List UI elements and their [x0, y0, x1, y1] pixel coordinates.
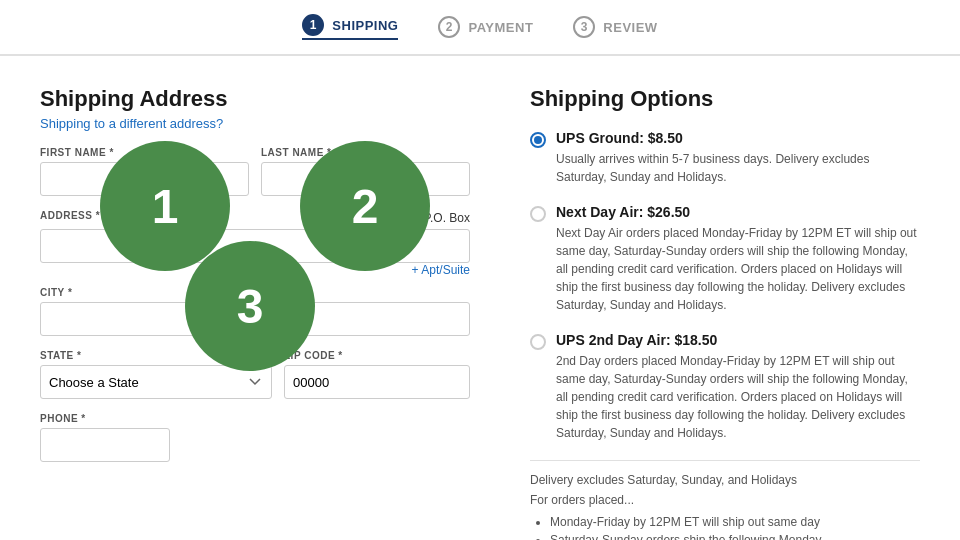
- radio-ups-ground[interactable]: [530, 132, 546, 148]
- phone-input[interactable]: [40, 428, 170, 462]
- shipping-address-panel: 1 2 3 Shipping Address Shipping to a dif…: [40, 86, 470, 540]
- zip-group: ZIP CODE *: [284, 350, 470, 399]
- state-select[interactable]: Choose a State Alabama Alaska Arizona Ca…: [40, 365, 272, 399]
- orders-label: For orders placed...: [530, 493, 920, 507]
- overlay-circle-1: 1: [100, 141, 230, 271]
- bullet-1: Monday-Friday by 12PM ET will ship out s…: [550, 515, 920, 529]
- option-name-ups-ground: UPS Ground: $8.50: [556, 130, 920, 146]
- shipping-option-next-day[interactable]: Next Day Air: $26.50 Next Day Air orders…: [530, 204, 920, 314]
- step-label-shipping: SHIPPING: [332, 18, 398, 33]
- zip-input[interactable]: [284, 365, 470, 399]
- option-desc-ups-ground: Usually arrives within 5-7 business days…: [556, 150, 920, 186]
- option-name-2nd-day: UPS 2nd Day Air: $18.50: [556, 332, 920, 348]
- zip-label: ZIP CODE *: [284, 350, 470, 361]
- radio-inner-ups-ground: [534, 136, 542, 144]
- step-label-review: REVIEW: [603, 20, 657, 35]
- shipping-option-2nd-day[interactable]: UPS 2nd Day Air: $18.50 2nd Day orders p…: [530, 332, 920, 442]
- option-name-next-day: Next Day Air: $26.50: [556, 204, 920, 220]
- radio-2nd-day[interactable]: [530, 334, 546, 350]
- step-payment[interactable]: 2 PAYMENT: [438, 16, 533, 38]
- step-circle-1: 1: [302, 14, 324, 36]
- step-label-payment: PAYMENT: [468, 20, 533, 35]
- delivery-note: Delivery excludes Saturday, Sunday, and …: [530, 473, 920, 487]
- shipping-option-ups-ground[interactable]: UPS Ground: $8.50 Usually arrives within…: [530, 130, 920, 186]
- step-circle-2: 2: [438, 16, 460, 38]
- step-review[interactable]: 3 REVIEW: [573, 16, 657, 38]
- checkout-steps: 1 SHIPPING 2 PAYMENT 3 REVIEW: [0, 0, 960, 56]
- shipping-options-panel: Shipping Options UPS Ground: $8.50 Usual…: [530, 86, 920, 540]
- step-shipping[interactable]: 1 SHIPPING: [302, 14, 398, 40]
- option-desc-next-day: Next Day Air orders placed Monday-Friday…: [556, 224, 920, 314]
- divider: [530, 460, 920, 461]
- address-label: ADDRESS *: [40, 210, 100, 221]
- phone-label: PHONE *: [40, 413, 170, 424]
- option-details-2nd-day: UPS 2nd Day Air: $18.50 2nd Day orders p…: [556, 332, 920, 442]
- different-address-link[interactable]: Shipping to a different address?: [40, 116, 223, 131]
- step-circle-3: 3: [573, 16, 595, 38]
- shipping-options-title: Shipping Options: [530, 86, 920, 112]
- option-desc-2nd-day: 2nd Day orders placed Monday-Friday by 1…: [556, 352, 920, 442]
- main-content: 1 2 3 Shipping Address Shipping to a dif…: [0, 56, 960, 540]
- overlay-circle-2: 2: [300, 141, 430, 271]
- radio-next-day[interactable]: [530, 206, 546, 222]
- bullet-2: Saturday-Sunday orders ship the followin…: [550, 533, 920, 540]
- option-details-next-day: Next Day Air: $26.50 Next Day Air orders…: [556, 204, 920, 314]
- overlay-circle-3: 3: [185, 241, 315, 371]
- phone-group: PHONE *: [40, 413, 170, 462]
- bullet-list: Monday-Friday by 12PM ET will ship out s…: [530, 515, 920, 540]
- address-section-title: Shipping Address: [40, 86, 470, 112]
- option-details-ups-ground: UPS Ground: $8.50 Usually arrives within…: [556, 130, 920, 186]
